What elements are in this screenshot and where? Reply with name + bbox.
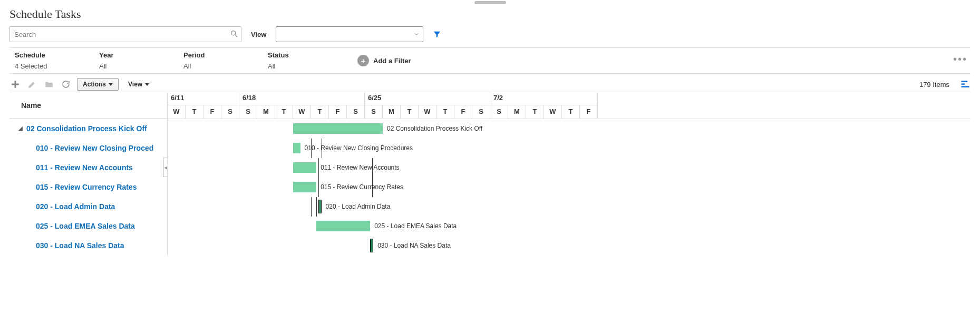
gantt-bar[interactable]: [293, 123, 383, 134]
timeline-header: 6/116/186/257/2 WTFSSMTWTFSSMTWTFSSMTWTF: [168, 92, 971, 119]
svg-rect-5: [962, 83, 965, 85]
task-row-t6[interactable]: 030 - Load NA Sales Data: [9, 236, 167, 255]
filter-year[interactable]: YearAll: [94, 51, 178, 70]
filter-bar: Schedule4 SelectedYearAllPeriodAllStatus…: [9, 47, 971, 74]
add-filter-label: Add a Filter: [373, 57, 411, 65]
expand-toggle-icon[interactable]: ◢: [17, 125, 24, 131]
gantt-bar-label: 020 - Load Admin Data: [326, 203, 391, 210]
more-menu-button[interactable]: •••: [950, 53, 971, 65]
gantt-view-icon[interactable]: [960, 79, 971, 90]
view-menu[interactable]: View: [124, 79, 153, 90]
chevron-down-icon: [413, 31, 420, 37]
gantt-row-t4: 020 - Load Admin Data: [168, 197, 971, 217]
view-label: View: [251, 31, 266, 38]
pane-collapse-handle[interactable]: ◂: [163, 158, 167, 177]
search-icon[interactable]: [230, 30, 238, 38]
page-title: Schedule Tasks: [9, 7, 971, 21]
filter-icon[interactable]: [433, 30, 441, 38]
day-header: W: [168, 105, 186, 119]
day-header: M: [508, 105, 526, 119]
svg-rect-3: [12, 84, 19, 85]
day-header: W: [544, 105, 562, 119]
gantt-bar[interactable]: [316, 221, 370, 231]
day-header: S: [365, 105, 383, 119]
task-row-t5[interactable]: 025 - Load EMEA Sales Data: [9, 216, 167, 236]
gantt-bar-label: 010 - Review New Closing Procedures: [305, 144, 413, 152]
gantt-pane[interactable]: 6/116/186/257/2 WTFSSMTWTFSSMTWTFSSMTWTF…: [168, 92, 971, 256]
day-header: T: [526, 105, 544, 119]
day-header: S: [239, 105, 257, 119]
controls-row: View: [9, 26, 971, 42]
filter-value: All: [99, 62, 173, 70]
filter-schedule[interactable]: Schedule4 Selected: [9, 51, 94, 70]
task-name-pane: Name ◢02 Consolidation Process Kick Off0…: [9, 92, 168, 256]
actions-menu[interactable]: Actions: [77, 78, 119, 91]
task-row-t1[interactable]: 010 - Review New Closing Proced: [9, 138, 167, 158]
task-row-t3[interactable]: 015 - Review Currency Rates: [9, 177, 167, 197]
gantt-bar[interactable]: [293, 182, 316, 192]
svg-rect-4: [962, 81, 968, 82]
task-row-t0[interactable]: ◢02 Consolidation Process Kick Off: [9, 119, 167, 138]
view-select[interactable]: [276, 26, 423, 42]
task-row-t4[interactable]: 020 - Load Admin Data: [9, 197, 167, 216]
filter-label: Period: [183, 51, 257, 59]
task-name-label: 010 - Review New Closing Proced: [36, 144, 153, 152]
day-header: T: [311, 105, 329, 119]
svg-point-0: [231, 31, 236, 35]
filter-period[interactable]: PeriodAll: [178, 51, 263, 70]
filter-label: Schedule: [15, 51, 89, 59]
window-grabber[interactable]: [474, 1, 506, 4]
svg-rect-6: [962, 86, 969, 87]
task-row-t2[interactable]: 011 - Review New Accounts◂: [9, 158, 167, 177]
gantt-bar[interactable]: [293, 143, 300, 153]
gantt-row-t2: 011 - Review New Accounts: [168, 158, 971, 178]
day-header: T: [401, 105, 419, 119]
toolbar: Actions View 179 Items: [9, 78, 971, 91]
task-name-label: 025 - Load EMEA Sales Data: [36, 222, 135, 230]
gantt-bar[interactable]: [293, 162, 316, 173]
dependency-marker: [318, 158, 319, 178]
day-header: T: [275, 105, 293, 119]
day-header: F: [329, 105, 347, 119]
name-column-header[interactable]: Name: [9, 92, 167, 119]
refresh-icon[interactable]: [60, 79, 72, 90]
gantt-row-t6: 030 - Load NA Sales Data: [168, 236, 971, 256]
day-header: W: [419, 105, 436, 119]
day-header: W: [293, 105, 311, 119]
week-header: 7/2: [490, 92, 598, 105]
gantt-row-t1: 010 - Review New Closing Procedures: [168, 139, 971, 158]
gantt-milestone[interactable]: [370, 239, 373, 252]
gantt-row-t5: 025 - Load EMEA Sales Data: [168, 217, 971, 236]
gantt-bar-label: 030 - Load NA Sales Data: [377, 242, 451, 249]
filter-status[interactable]: StatusAll: [263, 51, 347, 70]
filter-value: All: [268, 62, 342, 70]
view-menu-label: View: [128, 81, 142, 88]
gantt-row-t0: 02 Consolidation Process Kick Off: [168, 119, 971, 139]
day-header: T: [186, 105, 203, 119]
grid: Name ◢02 Consolidation Process Kick Off0…: [9, 92, 971, 256]
day-header: S: [347, 105, 365, 119]
search-wrap: [9, 26, 241, 42]
folder-icon[interactable]: [43, 79, 55, 90]
day-header: F: [580, 105, 598, 119]
gantt-row-t3: 015 - Review Currency Rates: [168, 178, 971, 197]
add-icon[interactable]: [9, 79, 21, 90]
dependency-marker: [318, 178, 319, 197]
svg-line-1: [235, 35, 237, 37]
add-filter-button[interactable]: + Add a Filter: [357, 55, 411, 66]
gantt-bar-label: 011 - Review New Accounts: [321, 164, 399, 171]
search-input[interactable]: [9, 26, 241, 42]
filter-label: Status: [268, 51, 342, 59]
edit-icon[interactable]: [26, 79, 38, 90]
task-name-label: 030 - Load NA Sales Data: [36, 241, 124, 250]
day-header: F: [454, 105, 472, 119]
week-header: 6/18: [239, 92, 365, 105]
filter-value: All: [183, 62, 257, 70]
task-name-label: 02 Consolidation Process Kick Off: [26, 124, 147, 133]
day-header: F: [203, 105, 221, 119]
plus-circle-icon: +: [357, 55, 369, 66]
day-header: S: [490, 105, 508, 119]
task-name-label: 020 - Load Admin Data: [36, 202, 115, 211]
gantt-milestone[interactable]: [318, 200, 322, 213]
gantt-bar-label: 02 Consolidation Process Kick Off: [387, 125, 482, 132]
